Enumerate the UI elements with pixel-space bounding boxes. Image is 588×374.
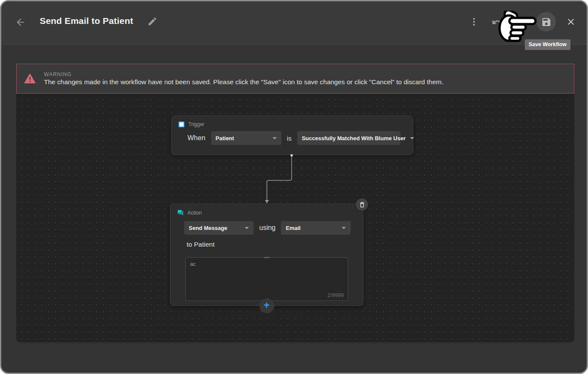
trigger-subject-dropdown[interactable]: Patient <box>211 131 281 145</box>
workflow-title: Send Email to Patient <box>40 16 133 26</box>
chevron-down-icon <box>245 227 249 229</box>
plus-icon: + <box>264 300 269 310</box>
header-bar: Send Email to Patient <box>1 1 587 44</box>
warning-title: WARNING <box>44 71 443 77</box>
back-button[interactable] <box>15 17 26 28</box>
trigger-square-icon <box>178 121 184 127</box>
recipient-label: to Patient <box>187 241 363 248</box>
chevron-down-icon <box>342 227 346 229</box>
using-label: using <box>259 224 275 232</box>
action-node[interactable]: Action Send Message using Email to Patie… <box>170 203 363 306</box>
unsaved-changes-warning-banner: WARNING The changes made in the workflow… <box>16 64 574 94</box>
warning-message: The changes made in the workflow have no… <box>44 78 443 86</box>
save-workflow-button[interactable] <box>536 12 556 32</box>
chevron-down-icon <box>272 137 277 139</box>
message-textarea[interactable]: ac 2/9999 <box>185 257 348 301</box>
save-workflow-tooltip: Save Workflow <box>525 39 570 50</box>
more-options-button[interactable] <box>469 17 479 27</box>
trigger-node-label: Trigger <box>188 121 205 127</box>
trigger-event-dropdown[interactable]: Successfully Matched With Blume User <box>297 131 401 145</box>
edit-title-button[interactable] <box>147 16 158 27</box>
workflow-canvas[interactable]: Trigger When Patient is Successfully Mat… <box>16 94 574 342</box>
workflow-editor-screen: Send Email to Patient Save Workflow <box>0 0 588 374</box>
pencil-icon <box>147 16 158 27</box>
save-floppy-icon <box>541 17 552 27</box>
node-connector-line <box>262 153 300 206</box>
close-icon <box>566 17 576 27</box>
action-chat-icon <box>177 209 184 216</box>
close-button[interactable] <box>566 17 576 27</box>
trigger-node[interactable]: Trigger When Patient is Successfully Mat… <box>171 115 413 155</box>
action-type-dropdown[interactable]: Send Message <box>184 221 254 235</box>
warning-triangle-icon <box>24 74 35 84</box>
resize-handle[interactable] <box>264 257 270 258</box>
action-node-label: Action <box>187 210 202 216</box>
undo-button[interactable] <box>491 17 503 28</box>
trash-icon <box>359 201 366 208</box>
workflow-editor-window: Send Email to Patient Save Workflow <box>0 0 588 374</box>
channel-dropdown[interactable]: Email <box>281 221 351 235</box>
chevron-down-icon <box>410 137 414 139</box>
char-counter: 2/9999 <box>328 292 344 298</box>
kebab-menu-icon <box>473 18 475 20</box>
back-arrow-icon <box>15 17 26 28</box>
delete-action-button[interactable] <box>356 198 368 211</box>
when-label: When <box>187 134 205 142</box>
is-label: is <box>287 135 292 142</box>
message-text-value: ac <box>190 261 196 267</box>
add-step-button[interactable]: + <box>259 298 274 313</box>
undo-icon <box>491 17 503 28</box>
